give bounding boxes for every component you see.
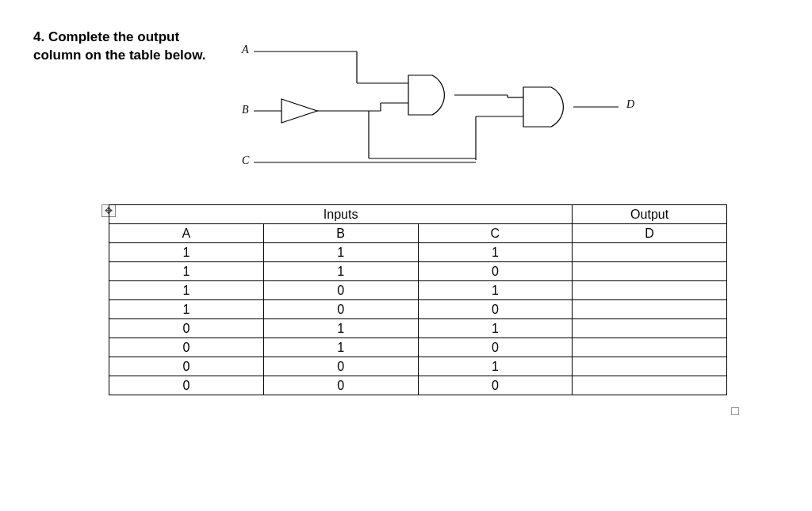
cell-c: 1	[418, 281, 573, 300]
col-d: D	[573, 224, 727, 243]
col-c: C	[418, 224, 573, 243]
table-row: 0 0 1	[109, 357, 727, 376]
cell-c: 0	[418, 300, 573, 319]
cell-b: 1	[263, 262, 418, 281]
cell-b: 0	[263, 357, 418, 376]
cell-b: 0	[263, 281, 418, 300]
circuit-svg	[238, 44, 650, 186]
cell-c: 0	[418, 262, 573, 281]
cell-a: 1	[109, 243, 264, 262]
cell-d[interactable]	[573, 300, 727, 319]
question-line2: column on the table below.	[33, 47, 206, 65]
cell-c: 1	[418, 243, 573, 262]
cell-b: 1	[263, 338, 418, 357]
header-output: Output	[573, 205, 727, 224]
cell-c: 1	[418, 357, 573, 376]
cell-d[interactable]	[573, 376, 727, 395]
table-header-row-2: A B C D	[109, 224, 727, 243]
question-text: 4. Complete the output column on the tab…	[33, 29, 206, 65]
cell-c: 0	[418, 338, 573, 357]
logic-circuit-diagram: A B C D	[238, 44, 650, 186]
table-row: 1 1 0	[109, 262, 727, 281]
cell-a: 1	[109, 300, 264, 319]
cell-b: 0	[263, 300, 418, 319]
table-row: 0 1 0	[109, 338, 727, 357]
cell-c: 0	[418, 376, 573, 395]
circuit-label-b: B	[242, 104, 249, 116]
cell-d[interactable]	[573, 281, 727, 300]
circuit-label-a: A	[242, 44, 249, 56]
table-header-row-1: Inputs Output	[109, 205, 727, 224]
table-row: 1 0 0	[109, 300, 727, 319]
cell-b: 1	[263, 243, 418, 262]
cell-d[interactable]	[573, 262, 727, 281]
cell-d[interactable]	[573, 338, 727, 357]
cell-b: 1	[263, 319, 418, 338]
cell-d[interactable]	[573, 243, 727, 262]
question-line1: 4. Complete the output	[33, 29, 206, 47]
col-a: A	[109, 224, 264, 243]
cell-a: 0	[109, 357, 264, 376]
svg-marker-4	[282, 99, 317, 123]
truth-table: Inputs Output A B C D 1 1 1 1 1 0 1 0 1	[109, 204, 727, 395]
cell-a: 1	[109, 281, 264, 300]
cell-c: 1	[418, 319, 573, 338]
cell-a: 0	[109, 376, 264, 395]
cell-b: 0	[263, 376, 418, 395]
circuit-label-c: C	[242, 154, 249, 167]
cell-a: 1	[109, 262, 264, 281]
table-resize-handle-icon[interactable]	[731, 407, 739, 415]
header-inputs: Inputs	[109, 205, 573, 224]
table-row: 0 0 0	[109, 376, 727, 395]
cell-a: 0	[109, 338, 264, 357]
table-row: 0 1 1	[109, 319, 727, 338]
table-row: 1 1 1	[109, 243, 727, 262]
circuit-label-d: D	[626, 98, 634, 111]
col-b: B	[263, 224, 418, 243]
table-row: 1 0 1	[109, 281, 727, 300]
cell-d[interactable]	[573, 357, 727, 376]
cell-a: 0	[109, 319, 264, 338]
cell-d[interactable]	[573, 319, 727, 338]
